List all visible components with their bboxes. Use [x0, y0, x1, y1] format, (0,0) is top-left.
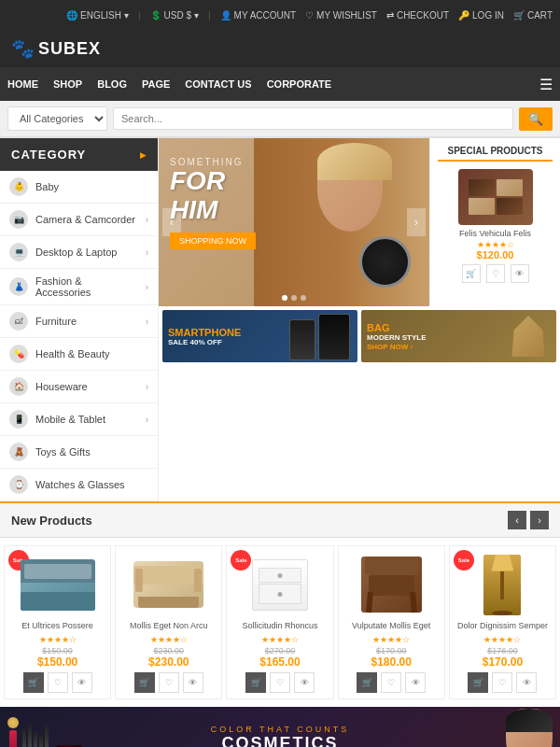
special-wishlist-button[interactable]: ♡ — [486, 264, 505, 283]
nav-home[interactable]: HOME — [7, 78, 38, 90]
hero-shop-button[interactable]: SHOPPING NOW — [170, 233, 256, 249]
new-products-title: New Products — [11, 514, 92, 528]
hamburger-icon[interactable]: ☰ — [539, 76, 553, 93]
sidebar-item-baby[interactable]: 👶 Baby — [0, 171, 158, 204]
logo-text: SUBEX — [38, 39, 101, 59]
product-4-wishlist-button[interactable]: ♡ — [381, 672, 401, 693]
checkout-link[interactable]: ⇄ CHECKOUT — [386, 10, 449, 21]
sidebar-item-health[interactable]: 💊 Health & Beauty — [0, 338, 158, 371]
category-select[interactable]: All Categories — [7, 106, 107, 131]
mini-banner-smartphone[interactable]: SMARTPHONE SALE 40% OFF — [162, 310, 357, 362]
sidebar-item-furniture[interactable]: 🛋 Furniture › — [0, 305, 158, 338]
chevron-right-icon: › — [146, 415, 148, 425]
login-link[interactable]: 🔑 LOG IN — [458, 10, 504, 21]
my-account-link[interactable]: 👤 MY ACCOUNT — [220, 10, 297, 21]
wishlist-link[interactable]: ♡ MY WISHLIST — [305, 10, 377, 21]
hero-next-button[interactable]: › — [407, 208, 426, 236]
product-5-old-price: $176.00 — [455, 646, 550, 655]
logo[interactable]: 🐾 SUBEX — [11, 37, 101, 60]
sidebar-item-houseware[interactable]: 🏠 Houseware › — [0, 371, 158, 403]
nav-shop[interactable]: SHOP — [53, 78, 82, 90]
special-product-name: Felis Vehicula Felis — [438, 229, 553, 238]
product-4-view-button[interactable]: 👁 — [405, 672, 426, 693]
special-cart-button[interactable]: 🛒 — [462, 264, 481, 283]
mini-banner-bag[interactable]: BAG MODERN STYLE SHOP NOW › — [361, 310, 556, 362]
logo-icon: 🐾 — [11, 37, 35, 60]
product-1-view-button[interactable]: 👁 — [72, 672, 92, 693]
nav-contact[interactable]: CONTACT US — [185, 78, 251, 90]
product-1-wishlist-button[interactable]: ♡ — [48, 672, 68, 693]
special-product-image — [458, 169, 533, 225]
nav-corporate[interactable]: CORPORATE — [267, 78, 331, 90]
product-3-cart-button[interactable]: 🛒 — [245, 672, 266, 693]
nav-blog[interactable]: BLOG — [97, 78, 127, 90]
special-product-stars: ★★★★☆ — [438, 240, 553, 249]
search-input[interactable] — [113, 107, 513, 130]
product-2-view-button[interactable]: 👁 — [183, 672, 203, 693]
product-3-view-button[interactable]: 👁 — [294, 672, 315, 693]
product-2-cart-button[interactable]: 🛒 — [134, 672, 155, 693]
search-button[interactable]: 🔍 — [519, 107, 553, 131]
desktop-icon: 💻 — [9, 243, 28, 261]
product-3-wishlist-button[interactable]: ♡ — [270, 672, 290, 693]
product-1-image — [10, 552, 105, 617]
sidebar-toggle-icon[interactable]: ▸ — [140, 148, 147, 162]
furniture-icon: 🛋 — [9, 312, 28, 331]
product-5-cart-button[interactable]: 🛒 — [468, 672, 488, 693]
hero-dot-3[interactable] — [301, 295, 306, 301]
header: 🐾 SUBEX — [0, 30, 560, 67]
baby-icon: 👶 — [9, 177, 28, 196]
hero-dots — [282, 295, 306, 301]
sidebar-item-camera[interactable]: 📷 Camera & Camcorder › — [0, 204, 158, 236]
heart-icon: ♡ — [305, 10, 314, 21]
checkout-icon: ⇄ — [386, 10, 394, 21]
new-products-next-button[interactable]: › — [530, 511, 549, 529]
new-products-grid: Sale Et Ultrices Possere ★★★★☆ $150.00 $… — [0, 538, 560, 707]
user-icon: 👤 — [220, 10, 231, 21]
special-products-title: SPECIAL PRODUCTS — [438, 146, 553, 162]
sidebar-item-mobile[interactable]: 📱 Mobile & Tablet › — [0, 403, 158, 436]
product-2-actions: 🛒 ♡ 👁 — [121, 672, 216, 693]
hero-dot-1[interactable] — [282, 295, 287, 301]
product-1-cart-button[interactable]: 🛒 — [23, 672, 44, 693]
top-bar: 🌐 ENGLISH ▾ | 💲 USD $ ▾ | 👤 MY ACCOUNT ♡… — [0, 0, 560, 30]
nav-page[interactable]: PAGE — [142, 78, 170, 90]
product-3-old-price: $270.00 — [232, 646, 327, 655]
product-4-cart-button[interactable]: 🛒 — [357, 672, 377, 693]
product-5-price: $170.00 — [455, 655, 550, 669]
product-3-name: Sollicitudin Rhoncus — [232, 621, 327, 632]
watches-icon: ⌚ — [9, 475, 28, 494]
product-5-name: Dolor Dignissim Semper — [455, 621, 550, 632]
cart-icon: 🛒 — [513, 10, 525, 21]
product-5-view-button[interactable]: 👁 — [516, 672, 537, 693]
new-products-prev-button[interactable]: ‹ — [508, 511, 526, 529]
cosmetics-banner: COLOR THAT COUNTS COSMETICS — [0, 707, 560, 747]
cart-link[interactable]: 🛒 CART — [513, 10, 553, 21]
main-content: SOMETHING FOR HIM SHOPPING NOW ‹ › SPEC — [159, 138, 560, 501]
login-icon: 🔑 — [458, 10, 469, 21]
sidebar-item-fashion[interactable]: 👗 Fashion & Accessories › — [0, 269, 158, 305]
mini-banner-1-text: SMARTPHONE SALE 40% OFF — [168, 327, 241, 346]
mini-banners: SMARTPHONE SALE 40% OFF BAG MODERN STYLE… — [159, 306, 560, 366]
cosmetics-right-decor — [506, 709, 553, 747]
special-view-button[interactable]: 👁 — [511, 264, 529, 283]
product-5-wishlist-button[interactable]: ♡ — [492, 672, 512, 693]
sidebar-item-toys[interactable]: 🧸 Toys & Gifts — [0, 436, 158, 469]
currency-selector[interactable]: 💲 USD $ ▾ — [150, 10, 199, 21]
hero-dot-2[interactable] — [291, 295, 297, 301]
cosmetics-subtitle: COLOR THAT COUNTS — [211, 725, 350, 734]
product-card-2: Mollis Eget Non Arcu ★★★★☆ $230.00 $230.… — [115, 545, 222, 699]
mini-banner-2-text: BAG MODERN STYLE SHOP NOW › — [367, 322, 427, 351]
chevron-right-icon: › — [146, 247, 148, 258]
product-5-stars: ★★★★☆ — [455, 635, 550, 644]
chevron-right-icon: › — [146, 215, 148, 225]
product-3-stars: ★★★★☆ — [232, 635, 327, 644]
product-2-stars: ★★★★☆ — [121, 635, 216, 644]
language-selector[interactable]: 🌐 ENGLISH ▾ — [66, 10, 129, 21]
product-2-wishlist-button[interactable]: ♡ — [159, 672, 179, 693]
sidebar-item-watches[interactable]: ⌚ Watches & Glasses — [0, 469, 158, 501]
chevron-right-icon: › — [146, 317, 148, 327]
sidebar-item-desktop[interactable]: 💻 Desktop & Laptop › — [0, 236, 158, 269]
nav-items: HOME SHOP BLOG PAGE CONTACT US CORPORATE — [7, 78, 539, 90]
cosmetics-text: COLOR THAT COUNTS COSMETICS — [211, 725, 350, 747]
